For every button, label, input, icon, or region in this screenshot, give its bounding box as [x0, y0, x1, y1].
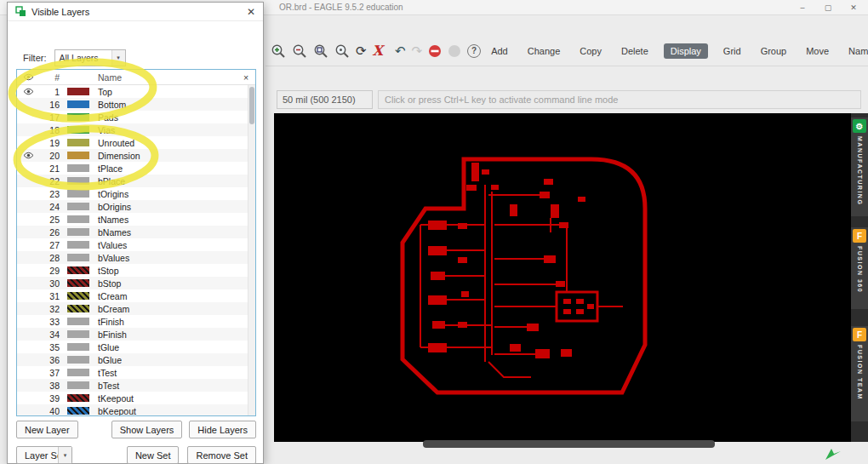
zoom-in-icon[interactable] [271, 43, 286, 60]
layer-row[interactable]: 35tGlue [17, 341, 255, 353]
layer-number: 28 [39, 253, 61, 263]
zoom-select-icon[interactable] [334, 43, 350, 60]
maximize-icon[interactable]: ▢ [815, 0, 841, 15]
layer-color-swatch[interactable] [67, 152, 89, 159]
delete-x-icon[interactable]: X [373, 43, 383, 60]
command-line-input[interactable] [378, 90, 861, 109]
toolbar-button-name[interactable]: Name [844, 43, 868, 59]
layer-color-swatch[interactable] [67, 318, 89, 325]
layer-swatch-cell [61, 100, 95, 108]
layer-number: 24 [39, 202, 61, 212]
redraw-icon[interactable]: ⟳ [356, 43, 367, 60]
minimize-icon[interactable]: – [790, 0, 815, 15]
layer-row[interactable]: 29tStop [17, 264, 255, 277]
tab-manufacturing[interactable]: ⚙ MANUFACTURING [851, 117, 868, 216]
stop-icon[interactable] [428, 43, 442, 60]
close-icon[interactable]: ✕ [841, 0, 866, 15]
dialog-titlebar[interactable]: Visible Layers ✕ [8, 3, 263, 21]
layer-sets-dropdown[interactable]: Layer Sets ▾ [16, 446, 72, 464]
layer-row[interactable]: 20Dimension [17, 149, 255, 162]
layer-color-swatch[interactable] [67, 215, 89, 223]
layer-row[interactable]: 24bOrigins [17, 200, 255, 213]
layer-color-swatch[interactable] [67, 177, 89, 185]
layer-row[interactable]: 31tCream [17, 289, 255, 302]
layer-row[interactable]: 30bStop [17, 277, 255, 289]
zoom-fit-icon[interactable] [313, 43, 328, 60]
scrollbar-thumb[interactable] [249, 87, 254, 124]
board-canvas[interactable] [274, 113, 851, 442]
layers-table-scrollbar[interactable] [248, 85, 255, 415]
layer-row[interactable]: 22bPlace [17, 175, 255, 187]
layer-color-swatch[interactable] [67, 330, 89, 338]
layer-row[interactable]: 40bKeepout [17, 404, 255, 416]
toolbar-button-grid[interactable]: Grid [719, 43, 745, 59]
layer-swatch-cell [61, 381, 95, 389]
tab-fusion-team[interactable]: F FUSION TEAM [851, 326, 868, 421]
layer-row[interactable]: 36bGlue [17, 353, 255, 366]
filter-dropdown[interactable]: All Layers ▾ [54, 49, 126, 66]
layer-color-swatch[interactable] [67, 164, 89, 172]
layer-color-swatch[interactable] [67, 139, 89, 146]
visibility-column-eye-icon[interactable] [17, 73, 39, 81]
cursor-arrow-icon [824, 446, 842, 461]
layer-visible-eye-icon[interactable] [17, 152, 39, 159]
layer-color-swatch[interactable] [67, 254, 89, 261]
layer-color-swatch[interactable] [67, 126, 89, 134]
tab-fusion-360[interactable]: F FUSION 360 [851, 227, 868, 309]
toolbar-button-display[interactable]: Display [664, 43, 708, 59]
layer-row[interactable]: 19Unrouted [17, 136, 255, 149]
layer-color-swatch[interactable] [67, 100, 89, 108]
layer-row[interactable]: 21tPlace [17, 162, 255, 175]
layer-row[interactable]: 27tValues [17, 238, 255, 251]
undo-icon[interactable]: ↶ [395, 43, 406, 60]
layer-row[interactable]: 37tTest [17, 366, 255, 379]
layer-visible-eye-icon[interactable] [17, 88, 39, 95]
layer-color-swatch[interactable] [67, 266, 89, 274]
zoom-out-icon[interactable] [292, 43, 307, 60]
layer-color-swatch[interactable] [67, 381, 89, 389]
new-set-button[interactable]: New Set [127, 446, 180, 464]
layer-color-swatch[interactable] [67, 356, 89, 364]
layer-row[interactable]: 17Pads [17, 111, 255, 123]
layer-color-swatch[interactable] [67, 190, 89, 198]
layer-name: bTest [95, 381, 237, 391]
layer-color-swatch[interactable] [67, 279, 89, 287]
layer-row[interactable]: 23tOrigins [17, 187, 255, 200]
layer-color-swatch[interactable] [67, 113, 89, 121]
layer-color-swatch[interactable] [67, 407, 89, 415]
layer-row[interactable]: 39tKeepout [17, 392, 255, 404]
show-layers-button[interactable]: Show Layers [111, 421, 183, 438]
layer-color-swatch[interactable] [67, 241, 89, 249]
toolbar-button-group[interactable]: Group [757, 43, 791, 59]
layer-row[interactable]: 32bCream [17, 302, 255, 315]
toolbar-button-change[interactable]: Change [523, 43, 565, 59]
layer-row[interactable]: 33tFinish [17, 315, 255, 328]
help-icon[interactable]: ? [467, 43, 481, 60]
layer-color-swatch[interactable] [67, 228, 89, 236]
toolbar-button-delete[interactable]: Delete [617, 43, 653, 59]
toolbar-button-move[interactable]: Move [802, 43, 833, 59]
toolbar-button-add[interactable]: Add [487, 43, 512, 59]
new-layer-button[interactable]: New Layer [16, 421, 78, 438]
toolbar-button-copy[interactable]: Copy [575, 43, 606, 59]
layer-color-swatch[interactable] [67, 369, 89, 376]
layer-row[interactable]: 25tNames [17, 213, 255, 226]
layer-row[interactable]: 16Bottom [17, 98, 255, 111]
layer-row[interactable]: 28bValues [17, 251, 255, 264]
layer-color-swatch[interactable] [67, 88, 89, 95]
layer-row[interactable]: 34bFinish [17, 328, 255, 341]
horizontal-scrollbar[interactable] [423, 440, 715, 448]
layer-row[interactable]: 26bNames [17, 226, 255, 238]
layer-row[interactable]: 18Vias [17, 123, 255, 136]
layer-color-swatch[interactable] [67, 394, 89, 402]
layer-color-swatch[interactable] [67, 292, 89, 300]
hide-layers-button[interactable]: Hide Layers [189, 421, 256, 438]
redo-icon[interactable]: ↷ [412, 43, 423, 60]
remove-set-button[interactable]: Remove Set [187, 446, 256, 464]
layer-row[interactable]: 1Top [17, 85, 255, 98]
dialog-close-icon[interactable]: ✕ [247, 6, 255, 18]
layer-row[interactable]: 38bTest [17, 379, 255, 392]
layer-color-swatch[interactable] [67, 203, 89, 210]
layer-color-swatch[interactable] [67, 305, 89, 312]
layer-color-swatch[interactable] [67, 343, 89, 351]
